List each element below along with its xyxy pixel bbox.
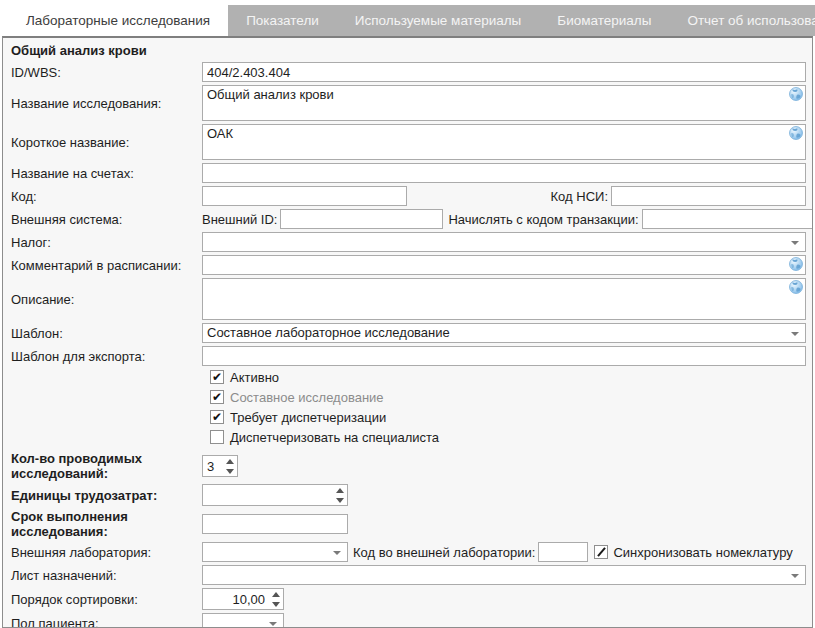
row-num-studies: Кол-во проводимых исследований: (3, 451, 806, 481)
external-lab-select[interactable] (202, 542, 348, 562)
checkbox-composite-study[interactable]: ✔ Составное исследование (210, 389, 806, 405)
description-input[interactable] (202, 278, 806, 320)
id-wbs-input[interactable] (202, 62, 806, 82)
transaction-code-label: Начислять с кодом транзакции: (443, 212, 641, 227)
nsi-code-input[interactable] (611, 186, 806, 206)
billing-name-input[interactable] (202, 163, 806, 183)
checkbox-icon[interactable]: ✔ (210, 430, 224, 444)
prescription-list-select[interactable] (202, 565, 806, 585)
chevron-down-icon (333, 551, 341, 555)
tab-usage-report[interactable]: Отчет об использовании (669, 5, 815, 36)
spinner-arrows-icon[interactable] (333, 485, 347, 505)
checkbox-requires-dispatch[interactable]: ✔ Требует диспетчеризации (210, 409, 806, 425)
row-template: Шаблон: Составное лабораторное исследова… (3, 323, 806, 343)
chevron-down-icon (269, 622, 277, 626)
id-wbs-label: ID/WBS: (3, 65, 202, 80)
sort-order-input[interactable] (203, 589, 269, 609)
short-name-label: Короткое название: (3, 135, 202, 150)
translate-globe-icon[interactable] (789, 87, 803, 101)
tax-select[interactable] (202, 232, 806, 252)
external-id-input[interactable] (280, 209, 443, 229)
checkbox-active[interactable]: ✔ Активно (210, 369, 806, 385)
row-external-system: Внешняя система: Внешний ID: Начислять с… (3, 209, 806, 229)
lab-study-form-panel: Общий анализ крови ID/WBS: Название иссл… (2, 36, 813, 628)
schedule-comment-label: Комментарий в расписании: (3, 258, 202, 273)
row-tax: Налог: (3, 232, 806, 252)
sort-order-label: Порядок сортировки: (3, 592, 202, 607)
check-slash-icon (597, 547, 606, 557)
external-lab-code-label: Код во внешней лаборатории: (348, 545, 538, 560)
prescription-list-label: Лист назначений: (3, 568, 202, 583)
tab-biomaterials[interactable]: Биоматериалы (539, 5, 669, 36)
row-id-wbs: ID/WBS: (3, 62, 806, 82)
export-template-input[interactable] (202, 346, 806, 366)
tab-bar: Лабораторные исследования Показатели Исп… (0, 0, 815, 36)
row-description: Описание: (3, 278, 806, 320)
duration-label: Срок выполнения исследования: (3, 509, 202, 539)
template-select[interactable]: Составное лабораторное исследование (202, 323, 806, 343)
external-id-label: Внешний ID: (202, 212, 280, 227)
chevron-down-icon (791, 574, 799, 578)
checkbox-icon[interactable]: ✔ (210, 410, 224, 424)
num-studies-stepper[interactable] (202, 455, 238, 477)
transaction-code-input[interactable] (642, 209, 813, 229)
checkbox-dispatch-to-specialist[interactable]: ✔ Диспетчеризовать на специалиста (210, 429, 806, 445)
row-billing-name: Название на счетах: (3, 163, 806, 183)
spinner-arrows-icon[interactable] (269, 589, 283, 609)
row-export-template: Шаблон для экспорта: (3, 346, 806, 366)
row-prescription-list: Лист назначений: (3, 565, 806, 585)
translate-globe-icon[interactable] (789, 280, 803, 294)
code-input[interactable] (202, 186, 407, 206)
chevron-down-icon (791, 332, 799, 336)
tab-lab-studies[interactable]: Лабораторные исследования (8, 5, 228, 36)
num-studies-input[interactable] (203, 456, 223, 476)
translate-globe-icon[interactable] (789, 257, 803, 271)
template-label: Шаблон: (3, 326, 202, 341)
patient-gender-select[interactable] (202, 613, 284, 628)
checkbox-icon[interactable]: ✔ (210, 390, 224, 404)
tab-indicators[interactable]: Показатели (228, 5, 337, 36)
row-schedule-comment: Комментарий в расписании: (3, 255, 806, 275)
patient-gender-label: Пол пациента: (3, 616, 202, 628)
schedule-comment-input[interactable] (202, 255, 806, 275)
external-lab-code-input[interactable] (538, 542, 588, 562)
short-name-input[interactable]: ОАК (202, 124, 806, 160)
spinner-arrows-icon[interactable] (223, 456, 237, 476)
row-study-name: Название исследования: Общий анализ кров… (3, 85, 806, 121)
study-name-label: Название исследования: (3, 96, 202, 111)
chevron-down-icon (791, 241, 799, 245)
study-name-input[interactable]: Общий анализ крови (202, 85, 806, 121)
translate-globe-icon[interactable] (789, 126, 803, 140)
tab-used-materials[interactable]: Используемые материалы (337, 5, 539, 36)
labor-units-stepper[interactable] (202, 484, 348, 506)
row-sort-order: Порядок сортировки: (3, 588, 806, 610)
row-short-name: Короткое название: ОАК (3, 124, 806, 160)
sort-order-stepper[interactable] (202, 588, 284, 610)
sync-nomenclature-label: Синхронизовать номеклатуру (613, 545, 792, 560)
sync-nomenclature-checkbox[interactable] (594, 545, 608, 559)
duration-input[interactable] (202, 514, 348, 534)
page-title: Общий анализ крови (3, 41, 806, 62)
row-external-lab: Внешняя лаборатория: Код во внешней лабо… (3, 542, 806, 562)
row-patient-gender: Пол пациента: (3, 613, 806, 628)
billing-name-label: Название на счетах: (3, 166, 202, 181)
export-template-label: Шаблон для экспорта: (3, 349, 202, 364)
tax-label: Налог: (3, 235, 202, 250)
checkbox-icon[interactable]: ✔ (210, 370, 224, 384)
external-lab-label: Внешняя лаборатория: (3, 545, 202, 560)
description-label: Описание: (3, 292, 202, 307)
row-duration: Срок выполнения исследования: (3, 509, 806, 539)
external-system-label: Внешняя система: (3, 212, 202, 227)
row-labor-units: Единицы трудозатрат: (3, 484, 806, 506)
num-studies-label: Кол-во проводимых исследований: (3, 451, 202, 481)
labor-units-input[interactable] (203, 485, 333, 505)
labor-units-label: Единицы трудозатрат: (3, 488, 202, 503)
code-label: Код: (3, 189, 202, 204)
row-code: Код: Код НСИ: (3, 186, 806, 206)
nsi-code-label: Код НСИ: (551, 189, 611, 204)
